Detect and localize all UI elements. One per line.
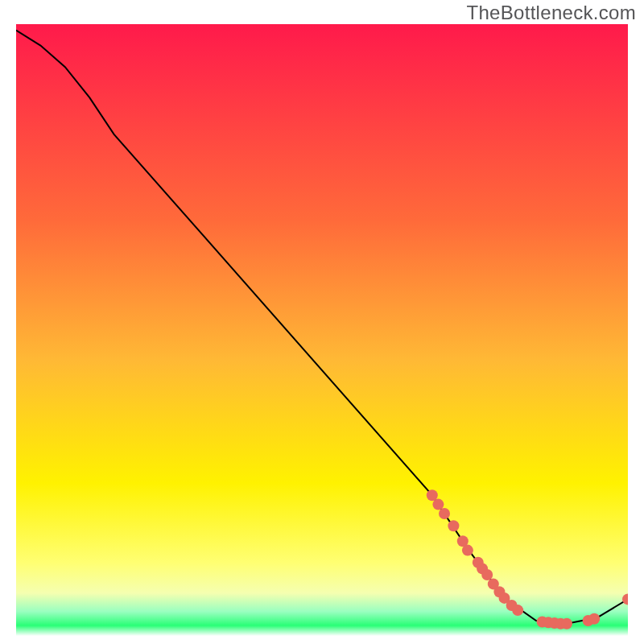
chart-container: TheBottleneck.com bbox=[0, 0, 644, 644]
plot-area bbox=[16, 24, 628, 636]
data-marker bbox=[481, 569, 493, 580]
data-marker bbox=[512, 605, 523, 616]
data-marker bbox=[588, 613, 600, 625]
chart-svg bbox=[16, 24, 628, 636]
gradient-background bbox=[16, 24, 628, 636]
data-marker bbox=[439, 508, 450, 519]
watermark-text: TheBottleneck.com bbox=[466, 2, 636, 24]
data-marker bbox=[427, 489, 438, 501]
data-marker bbox=[561, 618, 572, 630]
data-marker bbox=[432, 499, 444, 510]
data-marker bbox=[448, 520, 459, 531]
data-marker bbox=[462, 545, 473, 556]
